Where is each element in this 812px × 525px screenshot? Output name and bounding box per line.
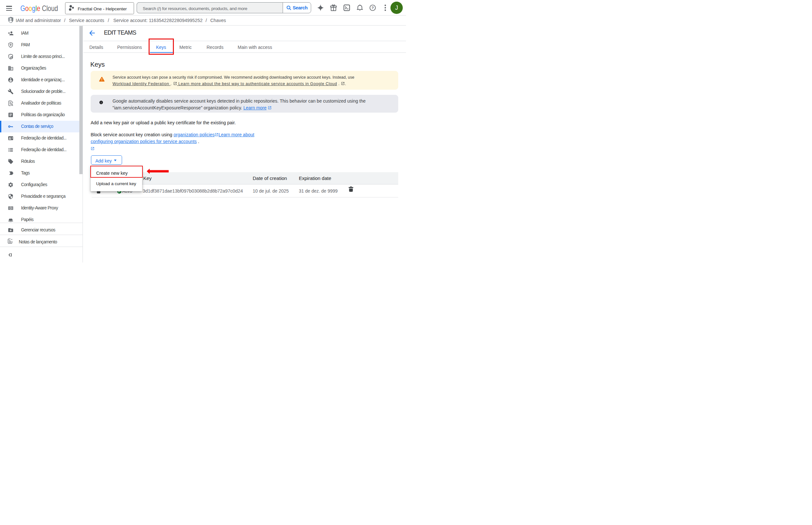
svg-text:?: ? bbox=[371, 6, 374, 10]
